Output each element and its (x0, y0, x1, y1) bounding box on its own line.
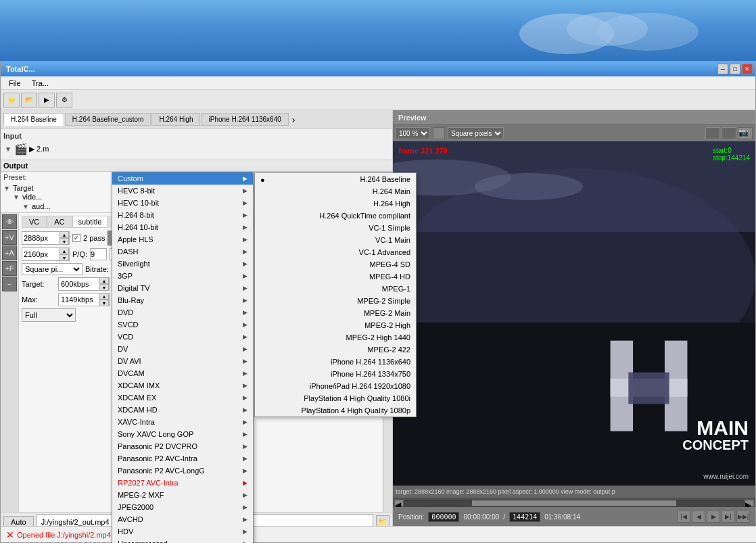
scroll-left-button[interactable]: ◀ (394, 500, 404, 506)
dropdown-item-iphone-1136[interactable]: ● iPhone H.264 1136x640 (255, 356, 416, 368)
dropdown-item-vc1-main[interactable]: ● VC-1 Main (255, 234, 416, 246)
dropdown-item-mpeg4-sd[interactable]: ● MPEG-4 SD (255, 258, 416, 270)
dropdown-item-h264-high[interactable]: ● H.264 High (255, 197, 416, 210)
dropdown-item-applehls[interactable]: Apple HLS ▶ (112, 233, 253, 245)
dropdown-item-pan-avc-intra[interactable]: Panasonic P2 AVC-Intra ▶ (112, 452, 253, 465)
height-up-button[interactable]: ▲ (60, 247, 69, 254)
aspect-select[interactable]: Square pi... (22, 263, 82, 275)
dropdown-item-xdcam-hd[interactable]: XDCAM HD ▶ (112, 404, 253, 416)
target-tree-arrow[interactable]: ▼ (3, 185, 11, 192)
minus-button[interactable]: − (2, 277, 17, 291)
maximize-button[interactable]: □ (730, 64, 740, 74)
input-tree-arrow[interactable]: ▼ (5, 145, 13, 153)
dropdown-item-h264-qt[interactable]: ● H.264 QuickTime compliant (255, 210, 416, 222)
dropdown-item-dash[interactable]: DASH ▶ (112, 245, 253, 258)
toolbar-btn-1[interactable]: ⭐ (3, 93, 20, 108)
dropdown-item-dvavi[interactable]: DV AVI ▶ (112, 355, 253, 367)
dropdown-item-hdv[interactable]: HDV ▶ (112, 525, 253, 538)
plus-v-button[interactable]: +V (2, 230, 17, 245)
dropdown-item-h264-10bit[interactable]: H.264 10-bit ▶ (112, 221, 253, 233)
width-up-button[interactable]: ▲ (60, 231, 69, 238)
horizontal-scroll-thumb[interactable] (472, 500, 676, 506)
audio-tree-arrow[interactable]: ▼ (22, 203, 30, 210)
dropdown-item-iphone-1334[interactable]: ● iPhone H.264 1334x750 (255, 368, 416, 380)
dropdown-item-dvcam[interactable]: DVCAM ▶ (112, 367, 253, 379)
zoom-select[interactable]: 100 % (396, 127, 430, 139)
go-end-button[interactable]: ▶| (722, 511, 735, 523)
dropdown-item-vcd[interactable]: VCD ▶ (112, 331, 253, 343)
width-input[interactable] (22, 232, 60, 244)
dropdown-item-xavc-intra[interactable]: XAVC-Intra ▶ (112, 416, 253, 428)
dropdown-item-sony-xavc[interactable]: Sony XAVC Long GOP ▶ (112, 428, 253, 440)
menu-file[interactable]: File (3, 78, 26, 89)
toolbar-btn-4[interactable]: ⚙ (56, 93, 72, 108)
max-bitrate-input[interactable] (59, 293, 99, 306)
dropdown-item-custom[interactable]: Custom ▶ (112, 172, 253, 185)
full-select[interactable]: Full (22, 308, 76, 322)
dropdown-item-pan-avc-longg[interactable]: Panasonic P2 AVC-LongG ▶ (112, 465, 253, 477)
dropdown-item-pan-dvcpro[interactable]: Panasonic P2 DVCPRO ▶ (112, 440, 253, 452)
target-bitrate-down[interactable]: ▼ (99, 284, 109, 291)
tab-audio[interactable]: AC (47, 216, 72, 228)
dropdown-item-digitaltv[interactable]: Digital TV ▶ (112, 282, 253, 294)
dropdown-item-vc1-advanced[interactable]: ● VC-1 Advanced (255, 246, 416, 258)
twopass-checkbox[interactable]: ✓ (72, 234, 80, 242)
dropdown-item-xdcam-imx[interactable]: XDCAM IMX ▶ (112, 379, 253, 392)
dropdown-item-uncompressed[interactable]: Uncompressed ▶ (112, 538, 253, 543)
dropdown-item-mpeg2-simple[interactable]: ● MPEG-2 Simple (255, 295, 416, 307)
toolbar-btn-2[interactable]: 📂 (21, 93, 37, 108)
tab-iphone-h264[interactable]: iPhone H.264 1136x640 (201, 113, 288, 126)
dropdown-item-dvd[interactable]: DVD ▶ (112, 306, 253, 318)
dropdown-item-3gp[interactable]: 3GP ▶ (112, 270, 253, 282)
eye-button[interactable]: 👁 (2, 214, 17, 229)
dropdown-item-bluray[interactable]: Blu-Ray ▶ (112, 294, 253, 306)
dropdown-item-h264-main[interactable]: ● H.264 Main (255, 185, 416, 197)
toolbar-btn-3[interactable]: ▶ (39, 93, 55, 108)
dropdown-item-svcd[interactable]: SVCD ▶ (112, 318, 253, 331)
dropdown-item-h264-8bit[interactable]: H.264 8-bit ▶ (112, 209, 253, 221)
preview-btn-1[interactable] (705, 127, 720, 139)
minimize-button[interactable]: ─ (717, 64, 728, 74)
preview-screenshot-btn[interactable]: 📷 (738, 127, 753, 139)
dropdown-item-vc1-simple[interactable]: ● VC-1 Simple (255, 222, 416, 234)
video-tree-arrow[interactable]: ▼ (13, 193, 21, 201)
dropdown-item-hevc8[interactable]: HEVC 8-bit ▶ (112, 185, 253, 197)
close-button[interactable]: ✕ (742, 64, 753, 74)
dropdown-item-mpeg2-high1440[interactable]: ● MPEG-2 High 1440 (255, 331, 416, 344)
dropdown-item-iphone-1920[interactable]: ● iPhone/iPad H.264 1920x1080 (255, 380, 416, 392)
prev-frame-button[interactable]: ◀ (692, 511, 705, 523)
dropdown-item-dv[interactable]: DV ▶ (112, 343, 253, 355)
dropdown-item-ps4-1080p[interactable]: ● PlayStation 4 High Quality 1080p (255, 404, 416, 417)
dropdown-item-avchd[interactable]: AVCHD ▶ (112, 513, 253, 525)
next-frame-button[interactable]: ▶ (707, 511, 720, 523)
height-input[interactable] (22, 248, 60, 260)
max-bitrate-down[interactable]: ▼ (99, 300, 109, 306)
preview-scrollbar[interactable]: ◀ ▶ (393, 498, 755, 507)
tab-video[interactable]: VC (22, 216, 47, 228)
target-bitrate-input[interactable] (59, 278, 99, 290)
dropdown-item-silverlight[interactable]: Silverlight ▶ (112, 258, 253, 270)
go-start-button[interactable]: |◀ (677, 511, 690, 523)
dropdown-item-hevc10[interactable]: HEVC 10-bit ▶ (112, 197, 253, 209)
last-frame-button[interactable]: ▶▶| (736, 511, 750, 523)
tab-h264-baseline-custom[interactable]: H.264 Baseline_custom (65, 113, 151, 126)
more-tabs-button[interactable]: › (289, 114, 298, 125)
dropdown-item-h264-baseline[interactable]: ● H.264 Baseline (255, 173, 416, 185)
preview-btn-2[interactable] (722, 127, 736, 139)
pq-input[interactable] (90, 248, 107, 260)
dropdown-item-ps4-1080i[interactable]: ● PlayStation 4 High Quality 1080i (255, 392, 416, 404)
tab-subtitle[interactable]: subtitle (72, 216, 108, 228)
tab-h264-baseline[interactable]: H.264 Baseline (3, 113, 64, 126)
pixels-select[interactable]: Square pixels (448, 127, 504, 139)
dropdown-item-mpeg2-mxf[interactable]: MPEG-2 MXF ▶ (112, 489, 253, 501)
dropdown-item-mpeg2-main[interactable]: ● MPEG-2 Main (255, 307, 416, 319)
scroll-right-button[interactable]: ▶ (745, 500, 754, 506)
dropdown-item-mpeg1[interactable]: ● MPEG-1 (255, 283, 416, 295)
menu-tra[interactable]: Tra... (26, 78, 54, 89)
dropdown-item-mpeg4-hd[interactable]: ● MPEG-4 HD (255, 270, 416, 283)
dropdown-item-xdcam-ex[interactable]: XDCAM EX ▶ (112, 392, 253, 404)
target-bitrate-up[interactable]: ▲ (99, 277, 109, 284)
width-down-button[interactable]: ▼ (60, 238, 69, 245)
dropdown-item-jpeg2000[interactable]: JPEG2000 ▶ (112, 501, 253, 513)
plus-a-button[interactable]: +A (2, 245, 17, 260)
